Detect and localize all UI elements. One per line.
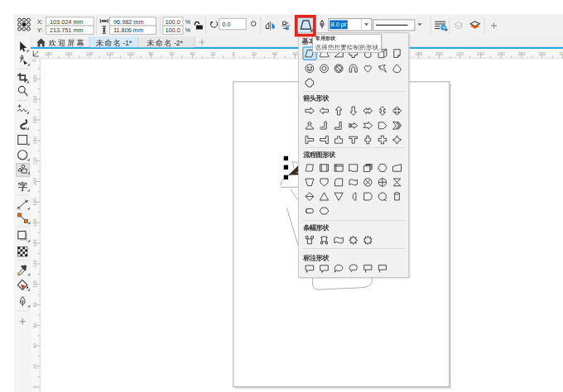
svg-text:220: 220 [456,51,464,56]
svg-text:20: 20 [210,51,215,56]
svg-text:20: 20 [252,51,257,56]
svg-text:100.0: 100.0 [166,18,180,26]
svg-text:220: 220 [32,157,37,165]
svg-text:180: 180 [45,51,52,56]
svg-text:0: 0 [32,386,37,389]
svg-text:160: 160 [32,219,37,227]
svg-text:80: 80 [149,51,154,56]
svg-text:300: 300 [538,51,546,56]
svg-text:100: 100 [127,51,134,56]
svg-text:0.0: 0.0 [223,21,231,28]
svg-text:240: 240 [477,51,484,56]
svg-text:280: 280 [32,96,37,103]
svg-text:180: 180 [415,51,422,56]
svg-text:-2*: -2* [174,39,183,47]
svg-text:40: 40 [272,51,277,56]
svg-text:160: 160 [65,51,73,56]
svg-text:213.751 mm: 213.751 mm [50,26,84,34]
svg-text:96.982 mm: 96.982 mm [113,18,144,26]
svg-text:120: 120 [106,51,113,56]
svg-text:%: % [185,18,191,26]
svg-text:140: 140 [85,51,93,56]
svg-text:8.0 pt: 8.0 pt [331,21,347,28]
svg-text:180: 180 [32,198,37,206]
svg-text:11.806 mm: 11.806 mm [113,26,143,34]
svg-text:40: 40 [32,343,37,348]
svg-text:40: 40 [190,51,195,56]
svg-text:0: 0 [233,51,235,56]
svg-text:120: 120 [32,260,37,267]
svg-text:20: 20 [32,364,37,369]
svg-text:-1*: -1* [123,39,132,47]
svg-text:mi: mi [31,59,36,63]
svg-text:260: 260 [498,51,505,56]
svg-text:240: 240 [32,136,37,144]
svg-text:200: 200 [32,178,37,185]
svg-text:300: 300 [32,75,37,83]
svg-text:100: 100 [32,280,37,288]
svg-text:280: 280 [518,51,526,56]
svg-text:60: 60 [293,51,298,56]
svg-text:Y:: Y: [37,26,43,34]
svg-text:320: 320 [559,51,563,56]
svg-text:60: 60 [32,323,37,327]
svg-text:%: % [185,26,191,34]
svg-text:140: 140 [32,240,37,247]
svg-text:.: . [379,44,381,51]
svg-text:100.0: 100.0 [166,26,180,34]
svg-text:60: 60 [169,51,174,56]
svg-text:80: 80 [32,303,37,308]
svg-text:260: 260 [32,116,37,123]
svg-text:103.024 mm: 103.024 mm [50,18,84,26]
svg-text:200: 200 [435,51,443,56]
svg-text:X:: X: [37,18,43,26]
